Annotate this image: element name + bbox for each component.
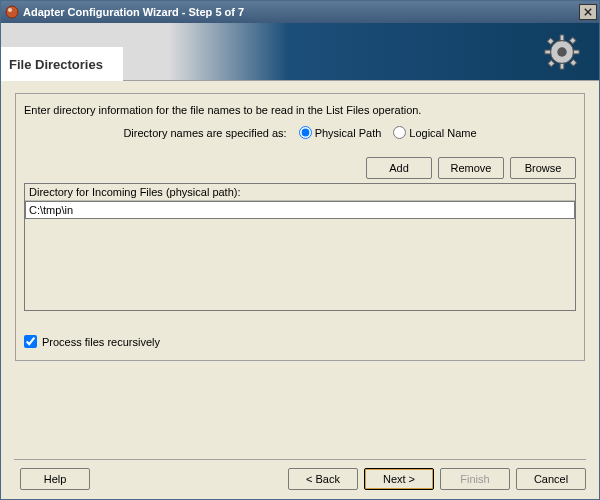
back-button[interactable]: < Back (288, 468, 358, 490)
browse-button[interactable]: Browse (510, 157, 576, 179)
help-button[interactable]: Help (20, 468, 90, 490)
wizard-banner: File Directories (1, 23, 599, 81)
gear-icon (543, 33, 581, 71)
svg-rect-8 (545, 50, 551, 54)
svg-rect-7 (560, 63, 564, 69)
directory-listbox: Directory for Incoming Files (physical p… (24, 183, 576, 311)
directory-input[interactable] (25, 201, 575, 219)
page-title: File Directories (1, 47, 123, 81)
add-button[interactable]: Add (366, 157, 432, 179)
window-title: Adapter Configuration Wizard - Step 5 of… (23, 6, 579, 18)
cancel-button[interactable]: Cancel (516, 468, 586, 490)
radio-row: Directory names are specified as: Physic… (24, 126, 576, 139)
footer-divider (14, 459, 586, 460)
radio-physical-path[interactable]: Physical Path (299, 126, 382, 139)
directory-list-body (25, 201, 575, 310)
svg-point-1 (8, 8, 12, 12)
recursive-checkbox[interactable] (24, 335, 37, 348)
svg-rect-12 (548, 60, 555, 67)
instruction-text: Enter directory information for the file… (24, 104, 576, 116)
radio-row-label: Directory names are specified as: (123, 127, 286, 139)
app-icon (5, 5, 19, 19)
radio-logical-name[interactable]: Logical Name (393, 126, 476, 139)
svg-rect-6 (560, 35, 564, 41)
radio-physical-input[interactable] (299, 126, 312, 139)
content-area: Enter directory information for the file… (1, 81, 599, 367)
finish-button: Finish (440, 468, 510, 490)
directory-button-row: Add Remove Browse (24, 157, 576, 179)
radio-logical-label: Logical Name (409, 127, 476, 139)
titlebar: Adapter Configuration Wizard - Step 5 of… (1, 1, 599, 23)
svg-rect-10 (547, 38, 554, 45)
directory-list-header: Directory for Incoming Files (physical p… (25, 184, 575, 201)
recursive-checkbox-row[interactable]: Process files recursively (24, 335, 576, 348)
svg-point-0 (6, 6, 18, 18)
wizard-footer: Help < Back Next > Finish Cancel (0, 459, 600, 500)
radio-logical-input[interactable] (393, 126, 406, 139)
close-button[interactable] (579, 4, 597, 20)
radio-physical-label: Physical Path (315, 127, 382, 139)
remove-button[interactable]: Remove (438, 157, 504, 179)
recursive-label: Process files recursively (42, 336, 160, 348)
svg-rect-9 (573, 50, 579, 54)
svg-rect-11 (569, 37, 576, 44)
svg-point-5 (557, 47, 567, 57)
close-icon (584, 8, 592, 16)
next-button[interactable]: Next > (364, 468, 434, 490)
directory-group: Enter directory information for the file… (15, 93, 585, 361)
svg-rect-13 (570, 59, 577, 66)
